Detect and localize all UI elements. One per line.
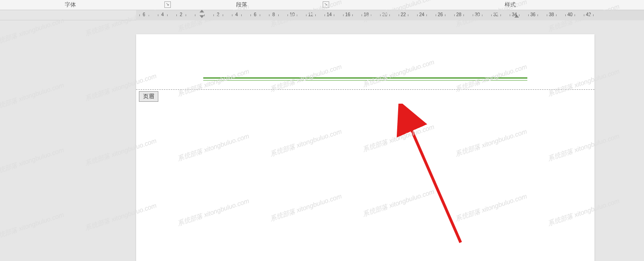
ruler-tick-label: 16 [345, 12, 350, 17]
ruler-minor-tick [260, 14, 260, 16]
ruler-minor-tick [510, 14, 510, 16]
ruler-tick-label: 10 [289, 12, 294, 17]
ruler-minor-tick [334, 14, 334, 16]
ruler-minor-tick [167, 14, 168, 16]
ruler-minor-tick [519, 14, 519, 16]
ruler-minor-tick [556, 14, 556, 16]
ruler-minor-tick [436, 14, 436, 16]
ruler-minor-tick [306, 14, 306, 16]
ruler-tick-label: 34 [512, 12, 517, 17]
ruler-tick-label: 12 [308, 12, 313, 17]
ruler-minor-tick [241, 14, 242, 16]
ruler-tick-label: 14 [326, 12, 331, 17]
ruler-tick-label: 20 [382, 12, 387, 17]
font-dialog-launcher-icon[interactable]: ↘ [164, 1, 171, 8]
ruler-minor-tick [232, 14, 232, 16]
ruler-minor-tick [491, 14, 492, 16]
ruler-tick-label: 40 [567, 12, 572, 17]
ruler-minor-tick [538, 14, 538, 16]
ruler-minor-tick [315, 14, 316, 16]
ruler-minor-tick [454, 14, 455, 16]
ruler-minor-tick [371, 14, 371, 16]
ruler-minor-tick [352, 14, 353, 16]
ruler-minor-tick [528, 14, 529, 16]
ruler-minor-tick [325, 14, 325, 16]
ruler-minor-tick [186, 14, 186, 16]
ribbon-group-style-label: 样式 [505, 1, 516, 9]
ruler-minor-tick [250, 14, 251, 16]
ruler-minor-tick [426, 14, 427, 16]
ruler-minor-tick [288, 14, 288, 16]
ruler-tick-label: 2 [217, 12, 219, 17]
ruler-minor-tick [593, 14, 594, 16]
ruler-minor-tick [408, 14, 408, 16]
ruler-tick-label: 4 [161, 12, 164, 17]
ruler-minor-tick [389, 14, 390, 16]
ruler-tick-label: 18 [363, 12, 369, 17]
ruler-area: 6422468101214161820222426283032343638404… [0, 10, 644, 20]
ruler-minor-tick [176, 14, 177, 16]
ruler-minor-tick [547, 14, 547, 16]
ruler-minor-tick [158, 14, 158, 16]
ruler-minor-tick [584, 14, 584, 16]
ribbon-group-font-label: 字体 [65, 1, 76, 9]
ruler-minor-tick [297, 14, 297, 16]
ruler-minor-tick [139, 14, 140, 16]
ruler-minor-tick [500, 14, 501, 16]
ruler-minor-tick [473, 14, 473, 16]
first-line-indent-marker[interactable] [200, 15, 204, 18]
ruler-minor-tick [278, 14, 279, 16]
ruler-tick-label: 4 [235, 12, 238, 17]
ruler-tick-label: 2 [180, 12, 182, 17]
ruler-tick-label: 24 [419, 12, 424, 17]
ruler-minor-tick [380, 14, 381, 16]
ribbon-group-paragraph-label: 段落 [236, 1, 247, 9]
ruler-tick-label: 22 [400, 12, 406, 17]
ruler-minor-tick [149, 14, 149, 16]
ruler-tick-label: 32 [493, 12, 498, 17]
ruler-tick-label: 26 [438, 12, 443, 17]
ruler-tick-label: 28 [456, 12, 461, 17]
ruler-minor-tick [417, 14, 418, 16]
document-page[interactable]: 页眉 [136, 34, 594, 261]
ruler-minor-tick [362, 14, 362, 16]
document-workspace: 页眉 [0, 20, 644, 261]
ruler-minor-tick [575, 14, 575, 16]
ruler-minor-tick [463, 14, 464, 16]
ruler-tick-label: 38 [549, 12, 554, 17]
ruler-minor-tick [399, 14, 399, 16]
ruler-tick-label: 6 [143, 12, 145, 17]
ruler-minor-tick [565, 14, 566, 16]
ruler-minor-tick [213, 14, 214, 16]
ruler-tick-label: 8 [272, 12, 275, 17]
page-header-area[interactable] [136, 34, 594, 90]
ruler-minor-tick [204, 14, 205, 16]
ruler-tick-label: 42 [586, 12, 591, 17]
horizontal-ruler[interactable]: 6422468101214161820222426283032343638404… [136, 10, 644, 20]
ruler-tick-label: 30 [475, 12, 480, 17]
ruler-minor-tick [445, 14, 445, 16]
ruler-minor-tick [343, 14, 344, 16]
ruler-minor-tick [269, 14, 269, 16]
paragraph-dialog-launcher-icon[interactable]: ↘ [323, 1, 329, 8]
header-decorative-line [203, 77, 527, 82]
left-indent-marker[interactable] [200, 10, 204, 12]
ruler-tick-label: 36 [530, 12, 535, 17]
ruler-minor-tick [223, 14, 223, 16]
header-label-badge: 页眉 [139, 91, 158, 102]
ruler-minor-tick [195, 14, 195, 16]
ruler-tick-label: 6 [254, 12, 256, 17]
ruler-minor-tick [482, 14, 482, 16]
ribbon-group-labels: 字体 ↘ 段落 ↘ 样式 [0, 0, 644, 10]
